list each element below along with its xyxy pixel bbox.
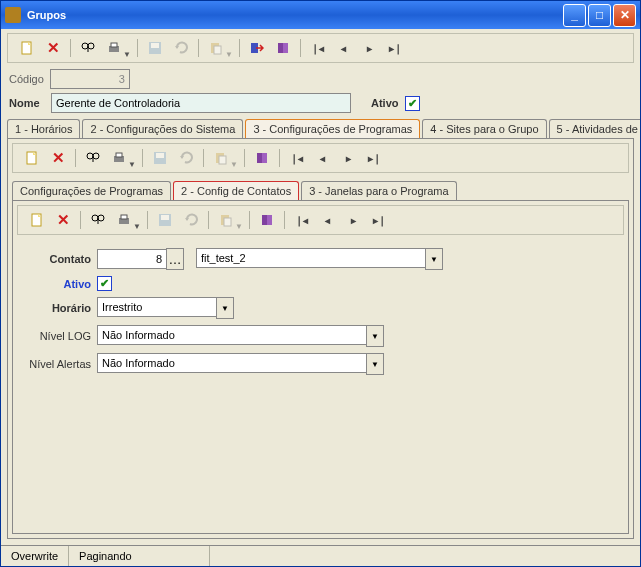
tab-atividades[interactable]: 5 - Atividades de Risco bbox=[549, 119, 640, 138]
app-icon bbox=[5, 7, 21, 23]
detail-new-button[interactable] bbox=[26, 209, 48, 231]
nivel-alertas-dropdown-icon[interactable]: ▼ bbox=[366, 353, 384, 375]
contato-label: Contato bbox=[21, 253, 91, 265]
nav-prev-button[interactable]: ◂ bbox=[333, 37, 355, 59]
titlebar: Grupos _ □ ✕ bbox=[1, 1, 640, 29]
sub-delete-button[interactable]: ✕ bbox=[47, 147, 69, 169]
main-toolbar: ✕ ▼ ▼ ❘◂ ◂ ▸ ▸❘ bbox=[7, 33, 634, 63]
detail-nav-prev-button[interactable]: ◂ bbox=[317, 209, 339, 231]
exit-button[interactable] bbox=[246, 37, 268, 59]
detail-undo-button bbox=[180, 209, 202, 231]
detail-toolbar: ✕ ▼ ▼ ❘◂ ◂ ▸ ▸❘ bbox=[17, 205, 624, 235]
sub-print-button[interactable] bbox=[108, 147, 130, 169]
ativo-checkbox[interactable]: ✔ bbox=[405, 96, 420, 111]
nivel-log-label: Nível LOG bbox=[21, 330, 91, 342]
sub-search-button[interactable] bbox=[82, 147, 104, 169]
nome-label: Nome bbox=[9, 97, 45, 109]
paste-button bbox=[205, 37, 227, 59]
sub-nav-first-button[interactable]: ❘◂ bbox=[286, 147, 308, 169]
svg-point-20 bbox=[92, 215, 98, 221]
print-dropdown-icon[interactable]: ▼ bbox=[123, 50, 131, 59]
close-button[interactable]: ✕ bbox=[613, 4, 636, 27]
svg-point-1 bbox=[82, 43, 88, 49]
nav-first-button[interactable]: ❘◂ bbox=[307, 37, 329, 59]
detail-help-button[interactable] bbox=[256, 209, 278, 231]
horario-field[interactable]: Irrestrito bbox=[97, 297, 216, 317]
contato-code-field[interactable]: 8 bbox=[97, 249, 167, 269]
nome-row: Nome Gerente de Controladoria Ativo ✔ bbox=[1, 91, 640, 115]
tab-config-sistema[interactable]: 2 - Configurações do Sistema bbox=[82, 119, 243, 138]
window-title: Grupos bbox=[27, 9, 66, 21]
codigo-label: Código bbox=[9, 73, 44, 85]
sub-nav-last-button[interactable]: ▸❘ bbox=[364, 147, 386, 169]
sub-save-button bbox=[149, 147, 171, 169]
window: Grupos _ □ ✕ ✕ ▼ ▼ ❘◂ ◂ ▸ ▸❘ bbox=[0, 0, 641, 567]
maximize-button[interactable]: □ bbox=[588, 4, 611, 27]
status-spacer bbox=[210, 546, 640, 566]
save-button bbox=[144, 37, 166, 59]
nivel-alertas-field[interactable]: Não Informado bbox=[97, 353, 366, 373]
svg-rect-27 bbox=[224, 218, 231, 226]
print-button[interactable] bbox=[103, 37, 125, 59]
nivel-alertas-label: Nível Alertas bbox=[21, 358, 91, 370]
undo-button bbox=[170, 37, 192, 59]
detail-delete-button[interactable]: ✕ bbox=[52, 209, 74, 231]
sub-new-button[interactable] bbox=[21, 147, 43, 169]
svg-point-2 bbox=[88, 43, 94, 49]
svg-point-12 bbox=[93, 153, 99, 159]
sub-nav-next-button[interactable]: ▸ bbox=[338, 147, 360, 169]
paste-dropdown-icon: ▼ bbox=[225, 50, 233, 59]
help-button[interactable] bbox=[272, 37, 294, 59]
nivel-log-dropdown-icon[interactable]: ▼ bbox=[366, 325, 384, 347]
detail-nav-first-button[interactable]: ❘◂ bbox=[291, 209, 313, 231]
detail-print-dropdown-icon[interactable]: ▼ bbox=[133, 222, 141, 231]
horario-dropdown-icon[interactable]: ▼ bbox=[216, 297, 234, 319]
detail-paste-dropdown-icon: ▼ bbox=[235, 222, 243, 231]
detail-nav-next-button[interactable]: ▸ bbox=[343, 209, 365, 231]
status-state: Paginando bbox=[69, 546, 210, 566]
nav-last-button[interactable]: ▸❘ bbox=[385, 37, 407, 59]
sub-help-button[interactable] bbox=[251, 147, 273, 169]
tab-config-programas[interactable]: 3 - Configurações de Programas bbox=[245, 119, 420, 138]
sub-nav-prev-button[interactable]: ◂ bbox=[312, 147, 334, 169]
codigo-field: 3 bbox=[50, 69, 130, 89]
subtab-janelas[interactable]: 3 - Janelas para o Programa bbox=[301, 181, 456, 200]
subtab-config-programas[interactable]: Configurações de Programas bbox=[12, 181, 171, 200]
subtab-config-contatos[interactable]: 2 - Config de Contatos bbox=[173, 181, 299, 200]
tab-horarios[interactable]: 1 - Horários bbox=[7, 119, 80, 138]
inner-tabpage: ✕ ▼ ▼ ❘◂ ◂ ▸ ▸❘ bbox=[12, 200, 629, 534]
detail-ativo-checkbox[interactable]: ✔ bbox=[97, 276, 112, 291]
search-button[interactable] bbox=[77, 37, 99, 59]
detail-paste-button bbox=[215, 209, 237, 231]
svg-rect-23 bbox=[121, 215, 127, 219]
detail-form: Contato 8 … fit_test_2 ▼ Ativo ✔ Horário bbox=[13, 239, 628, 384]
svg-rect-6 bbox=[151, 43, 159, 48]
detail-blank-area bbox=[13, 384, 628, 533]
nav-next-button[interactable]: ▸ bbox=[359, 37, 381, 59]
detail-save-button bbox=[154, 209, 176, 231]
minimize-button[interactable]: _ bbox=[563, 4, 586, 27]
svg-rect-18 bbox=[219, 156, 226, 164]
detail-nav-last-button[interactable]: ▸❘ bbox=[369, 209, 391, 231]
svg-point-11 bbox=[87, 153, 93, 159]
sub-undo-button bbox=[175, 147, 197, 169]
status-bar: Overwrite Paginando bbox=[1, 545, 640, 566]
new-button[interactable] bbox=[16, 37, 38, 59]
detail-ativo-label: Ativo bbox=[21, 278, 91, 290]
svg-rect-4 bbox=[111, 43, 117, 47]
contato-dropdown-icon[interactable]: ▼ bbox=[425, 248, 443, 270]
detail-search-button[interactable] bbox=[87, 209, 109, 231]
sub-toolbar: ✕ ▼ ▼ ❘◂ ◂ ▸ ▸❘ bbox=[12, 143, 629, 173]
nivel-log-field[interactable]: Não Informado bbox=[97, 325, 366, 345]
status-mode: Overwrite bbox=[1, 546, 69, 566]
detail-print-button[interactable] bbox=[113, 209, 135, 231]
nome-field[interactable]: Gerente de Controladoria bbox=[51, 93, 351, 113]
codigo-row: Código 3 bbox=[1, 67, 640, 91]
horario-label: Horário bbox=[21, 302, 91, 314]
sub-print-dropdown-icon[interactable]: ▼ bbox=[128, 160, 136, 169]
delete-button[interactable]: ✕ bbox=[42, 37, 64, 59]
contato-name-field[interactable]: fit_test_2 bbox=[196, 248, 425, 268]
contato-lookup-button[interactable]: … bbox=[166, 248, 184, 270]
svg-rect-14 bbox=[116, 153, 122, 157]
tab-sites[interactable]: 4 - Sites para o Grupo bbox=[422, 119, 546, 138]
